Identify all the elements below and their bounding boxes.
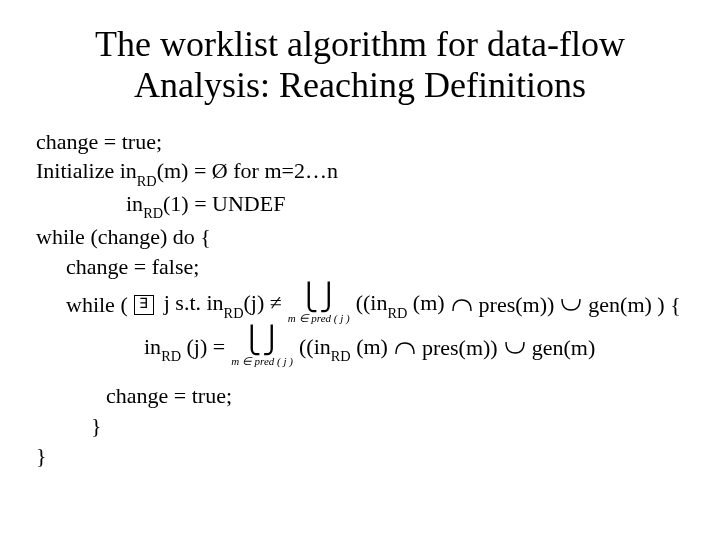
text: j s.t. inRD(j) ≠ [164,288,282,321]
alg-line-5: change = false; [36,252,684,282]
alg-line-1: change = true; [36,127,684,157]
text: while ( [66,290,128,320]
alg-line-7: inRD (j) = ⎩⎭ m ∈ pred ( j ) ((inRD (m) … [36,328,684,367]
alg-line-10: } [36,441,684,471]
algorithm-body: change = true; Initialize inRD(m) = Ø fo… [36,127,684,471]
big-union-icon: ⎩⎭ m ∈ pred ( j ) [288,285,350,324]
subscript-rd: RD [143,205,163,221]
subscript-rd: RD [137,173,157,189]
text: (m) = Ø for m=2…n [157,158,338,183]
intersect-icon [451,298,473,312]
alg-line-2: Initialize inRD(m) = Ø for m=2…n [36,156,684,189]
spacer [36,367,684,381]
alg-line-8: change = true; [36,381,684,411]
text: ((inRD (m) [356,288,445,321]
text: ((inRD (m) [299,332,388,365]
text: gen(m) ) { [588,290,680,320]
text: (1) = UNDEF [163,191,285,216]
slide-title: The worklist algorithm for data-flow Ana… [36,24,684,107]
exists-icon: ∃ [134,295,154,315]
text: pres(m)) [422,333,498,363]
big-union-icon: ⎩⎭ m ∈ pred ( j ) [231,328,293,367]
text: in [126,191,143,216]
slide: The worklist algorithm for data-flow Ana… [0,0,720,540]
text: Initialize in [36,158,137,183]
alg-line-9: } [36,411,684,441]
alg-line-3: inRD(1) = UNDEF [36,189,684,222]
text: pres(m)) [479,290,555,320]
alg-line-6: while ( ∃ j s.t. inRD(j) ≠ ⎩⎭ m ∈ pred (… [36,285,684,324]
union-icon [560,298,582,312]
alg-line-4: while (change) do { [36,222,684,252]
text: inRD (j) = [144,332,225,365]
intersect-icon [394,341,416,355]
text: gen(m) [532,333,596,363]
union-icon [504,341,526,355]
